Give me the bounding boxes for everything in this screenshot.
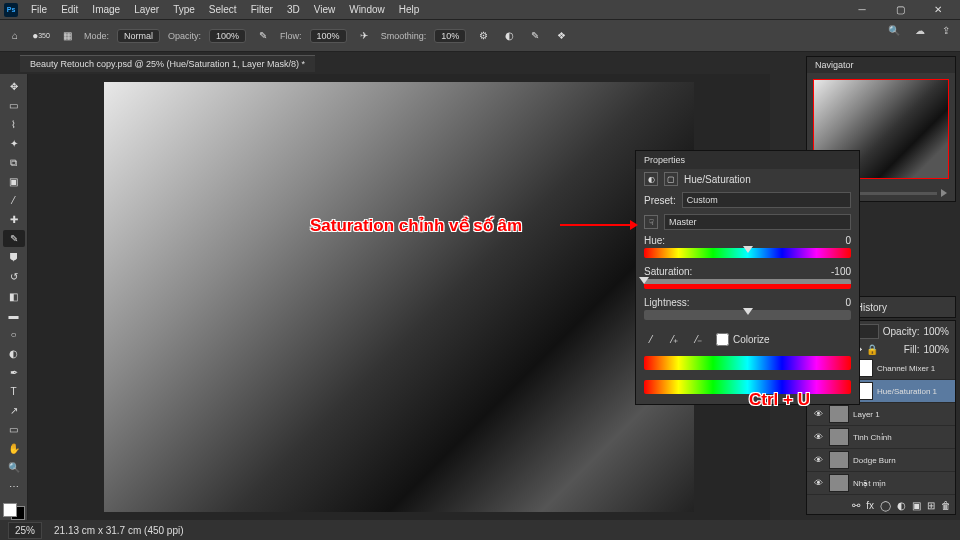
lasso-tool[interactable]: ⌇ [3, 116, 25, 133]
saturation-slider[interactable] [644, 279, 851, 289]
history-tab[interactable]: History [856, 302, 887, 313]
group-icon[interactable]: ▣ [912, 500, 921, 511]
layer-name[interactable]: Hue/Saturation 1 [877, 387, 951, 396]
home-icon[interactable]: ⌂ [6, 27, 24, 45]
menu-3d[interactable]: 3D [280, 4, 307, 15]
visibility-icon[interactable]: 👁 [811, 409, 825, 419]
navigator-header[interactable]: Navigator [807, 57, 955, 73]
crop-tool[interactable]: ⧉ [3, 154, 25, 171]
window-minimize[interactable]: ─ [844, 1, 880, 19]
opacity-input[interactable]: 100% [209, 29, 246, 43]
layer-thumb [829, 405, 849, 423]
colorize-checkbox[interactable]: Colorize [716, 333, 770, 346]
lightness-label: Lightness: [644, 297, 690, 308]
gradient-tool[interactable]: ▬ [3, 307, 25, 324]
brush-preset-icon[interactable]: ● 350 [32, 27, 50, 45]
mask-add-icon[interactable]: ◯ [880, 500, 891, 511]
menu-layer[interactable]: Layer [127, 4, 166, 15]
saturation-value[interactable]: -100 [831, 266, 851, 277]
dodge-tool[interactable]: ◐ [3, 345, 25, 362]
marquee-tool[interactable]: ▭ [3, 97, 25, 114]
document-tab[interactable]: Beauty Retouch copy.psd @ 25% (Hue/Satur… [20, 55, 315, 72]
healing-tool[interactable]: ✚ [3, 211, 25, 228]
menu-select[interactable]: Select [202, 4, 244, 15]
window-close[interactable]: ✕ [920, 1, 956, 19]
frame-tool[interactable]: ▣ [3, 173, 25, 190]
zoom-tool[interactable]: 🔍 [3, 459, 25, 476]
adjustment-add-icon[interactable]: ◐ [897, 500, 906, 511]
spectrum-bar-2 [644, 380, 851, 394]
preset-select[interactable]: Custom [682, 192, 851, 208]
visibility-icon[interactable]: 👁 [811, 478, 825, 488]
hand-scrubby-icon[interactable]: ☟ [644, 215, 658, 229]
layer-row[interactable]: 👁Tinh Chỉnh [807, 426, 955, 449]
properties-header[interactable]: Properties [636, 151, 859, 169]
layer-name[interactable]: Tinh Chỉnh [853, 433, 951, 442]
layer-name[interactable]: Channel Mixer 1 [877, 364, 951, 373]
lightness-value[interactable]: 0 [845, 297, 851, 308]
fx-icon[interactable]: fx [866, 500, 874, 511]
share-icon[interactable]: ⇪ [938, 22, 954, 38]
eraser-tool[interactable]: ◧ [3, 288, 25, 305]
layer-name[interactable]: Nhật mịn [853, 479, 951, 488]
menu-edit[interactable]: Edit [54, 4, 85, 15]
menu-file[interactable]: File [24, 4, 54, 15]
gear-icon[interactable]: ⚙ [474, 27, 492, 45]
path-tool[interactable]: ↗ [3, 402, 25, 419]
type-tool[interactable]: T [3, 383, 25, 400]
menu-bar: Ps File Edit Image Layer Type Select Fil… [0, 0, 960, 20]
menu-window[interactable]: Window [342, 4, 392, 15]
visibility-icon[interactable]: 👁 [811, 455, 825, 465]
pressure-opacity-icon[interactable]: ✎ [254, 27, 272, 45]
move-tool[interactable]: ✥ [3, 78, 25, 95]
eyedropper-plus-icon[interactable]: ⁄₊ [668, 332, 682, 346]
blur-tool[interactable]: ○ [3, 326, 25, 343]
layer-name[interactable]: Dodge Burn [853, 456, 951, 465]
hue-value[interactable]: 0 [845, 235, 851, 246]
lock-all-icon[interactable]: 🔒 [866, 344, 878, 355]
symmetry-icon[interactable]: ❖ [552, 27, 570, 45]
brush-panel-icon[interactable]: ▦ [58, 27, 76, 45]
layer-thumb [829, 474, 849, 492]
airbrush-icon[interactable]: ✈ [355, 27, 373, 45]
lightness-slider[interactable] [644, 310, 851, 320]
layer-name[interactable]: Layer 1 [853, 410, 951, 419]
brush-tool[interactable]: ✎ [3, 230, 25, 247]
layer-opacity-value[interactable]: 100% [923, 326, 949, 337]
channel-select[interactable]: Master [664, 214, 851, 230]
pressure-size-icon[interactable]: ✎ [526, 27, 544, 45]
layer-row[interactable]: 👁Dodge Burn [807, 449, 955, 472]
search-icon[interactable]: 🔍 [886, 22, 902, 38]
layer-row[interactable]: 👁Layer 1 [807, 403, 955, 426]
visibility-icon[interactable]: 👁 [811, 432, 825, 442]
flow-input[interactable]: 100% [310, 29, 347, 43]
cloud-icon[interactable]: ☁ [912, 22, 928, 38]
delete-layer-icon[interactable]: 🗑 [941, 500, 951, 511]
color-swatches[interactable] [3, 503, 25, 520]
window-maximize[interactable]: ▢ [882, 1, 918, 19]
eyedropper-minus-icon[interactable]: ⁄₋ [692, 332, 706, 346]
angle-icon[interactable]: ◐ [500, 27, 518, 45]
blend-mode-select[interactable]: Normal [117, 29, 160, 43]
pen-tool[interactable]: ✒ [3, 364, 25, 381]
hand-tool[interactable]: ✋ [3, 440, 25, 457]
eyedropper-tool[interactable]: ⁄ [3, 192, 25, 209]
edit-toolbar[interactable]: ⋯ [3, 478, 25, 495]
menu-image[interactable]: Image [85, 4, 127, 15]
shape-tool[interactable]: ▭ [3, 421, 25, 438]
eyedropper-icon[interactable]: ⁄ [644, 332, 658, 346]
layer-row[interactable]: 👁Nhật mịn [807, 472, 955, 495]
wand-tool[interactable]: ✦ [3, 135, 25, 152]
new-layer-icon[interactable]: ⊞ [927, 500, 935, 511]
menu-view[interactable]: View [307, 4, 343, 15]
smoothing-input[interactable]: 10% [434, 29, 466, 43]
history-brush-tool[interactable]: ↺ [3, 268, 25, 285]
menu-help[interactable]: Help [392, 4, 427, 15]
fill-value[interactable]: 100% [923, 344, 949, 355]
menu-filter[interactable]: Filter [244, 4, 280, 15]
menu-type[interactable]: Type [166, 4, 202, 15]
link-layers-icon[interactable]: ⚯ [852, 500, 860, 511]
hue-slider[interactable] [644, 248, 851, 258]
stamp-tool[interactable]: ⛊ [3, 249, 25, 266]
zoom-field[interactable]: 25% [8, 522, 42, 539]
